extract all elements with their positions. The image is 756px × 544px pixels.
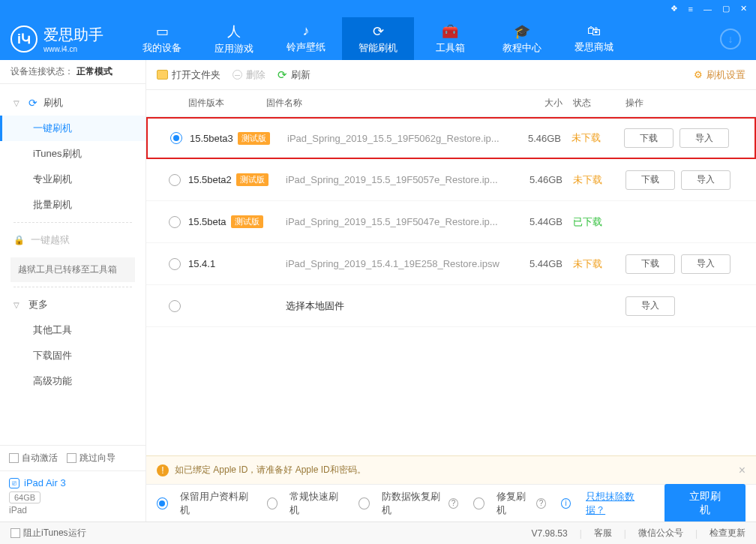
table-header: 固件版本 固件名称 大小 状态 操作 xyxy=(146,90,756,117)
sidebar-item[interactable]: 批量刷机 xyxy=(0,192,146,218)
open-folder-button[interactable]: 打开文件夹 xyxy=(157,68,220,82)
opt-repair-flash[interactable]: 修复刷机 ? xyxy=(473,490,546,517)
refresh-button[interactable]: ⟳ 刷新 xyxy=(278,68,310,82)
window-option-icon[interactable]: ❖ xyxy=(668,2,681,15)
radio-icon[interactable] xyxy=(169,174,181,186)
radio-icon[interactable] xyxy=(169,300,181,312)
nav-item-6[interactable]: 🛍爱思商城 xyxy=(558,17,630,60)
import-button[interactable]: 导入 xyxy=(680,128,729,148)
check-skip-guide-label: 跳过向导 xyxy=(80,452,116,464)
radio-icon[interactable] xyxy=(170,132,182,144)
notice-text: 如已绑定 Apple ID，请准备好 Apple ID和密码。 xyxy=(175,464,366,476)
footer-wechat[interactable]: 微信公众号 xyxy=(638,527,683,539)
row-status: 未下载 xyxy=(573,173,626,187)
collapse-icon: ▽ xyxy=(14,301,20,309)
window-maximize-icon[interactable]: ▢ xyxy=(719,2,733,15)
download-button[interactable]: 下载 xyxy=(626,254,675,274)
check-auto-activate[interactable]: 自动激活 xyxy=(9,452,58,464)
opt-normal-flash[interactable]: 常规快速刷机 xyxy=(267,490,344,517)
firmware-row[interactable]: 15.4.1iPad_Spring_2019_15.4.1_19E258_Res… xyxy=(146,243,756,285)
opt-normal-flash-label: 常规快速刷机 xyxy=(290,490,344,517)
window-minimize-icon[interactable]: — xyxy=(700,3,715,15)
footer-check-update[interactable]: 检查更新 xyxy=(710,527,746,539)
row-ops: 导入 xyxy=(626,296,746,316)
firmware-row[interactable]: 15.5beta3测试版iPad_Spring_2019_15.5_19F506… xyxy=(146,117,756,159)
sidebar-item[interactable]: 其他工具 xyxy=(0,317,146,343)
nav-icon: 🎓 xyxy=(514,23,530,40)
device-name-label: iPad Air 3 xyxy=(24,477,66,488)
sidebar-checks: 自动激活 跳过向导 xyxy=(0,446,146,471)
download-indicator-icon[interactable]: ↓ xyxy=(720,29,741,50)
delete-button[interactable]: 删除 xyxy=(232,68,266,82)
sidebar: 设备连接状态： 正常模式 ▽ ⟳ 刷机 一键刷机iTunes刷机专业刷机批量刷机… xyxy=(0,60,146,521)
nav-item-1[interactable]: 人应用游戏 xyxy=(198,17,270,60)
nav-label: 我的设备 xyxy=(142,41,182,55)
row-name: 选择本地固件 xyxy=(286,299,513,313)
window-close-icon[interactable]: ✕ xyxy=(737,2,750,15)
th-name: 固件名称 xyxy=(266,97,513,110)
side-title-flash[interactable]: ▽ ⟳ 刷机 xyxy=(0,90,146,116)
side-item-jailbreak-label: 一键越狱 xyxy=(31,233,70,247)
download-button[interactable]: 下载 xyxy=(624,128,674,148)
help-icon[interactable]: ? xyxy=(448,498,458,509)
footer-support[interactable]: 客服 xyxy=(594,527,612,539)
sidebar-item[interactable]: 高级功能 xyxy=(0,368,146,394)
logo-url: www.i4.cn xyxy=(44,45,104,53)
top-nav: ▭我的设备人应用游戏♪铃声壁纸⟳智能刷机🧰工具箱🎓教程中心🛍爱思商城 xyxy=(126,17,630,60)
nav-item-4[interactable]: 🧰工具箱 xyxy=(414,17,486,60)
radio-icon xyxy=(267,497,278,509)
actionbar: 保留用户资料刷机 常规快速刷机 防数据恢复刷机 ? 修复刷机 ? i 只想抹除数… xyxy=(146,484,756,521)
check-block-itunes[interactable]: 阻止iTunes运行 xyxy=(10,527,86,539)
sidebar-item[interactable]: iTunes刷机 xyxy=(0,141,146,167)
sidebar-item[interactable]: 一键刷机 xyxy=(0,116,146,141)
firmware-row[interactable]: 15.5beta2测试版iPad_Spring_2019_15.5_19F505… xyxy=(146,159,756,201)
notice-close-icon[interactable]: × xyxy=(739,464,746,477)
nav-label: 爱思商城 xyxy=(574,41,614,54)
firmware-row[interactable]: 选择本地固件导入 xyxy=(146,285,756,327)
import-button[interactable]: 导入 xyxy=(681,254,730,274)
beta-tag: 测试版 xyxy=(238,132,270,145)
help-icon[interactable]: ? xyxy=(536,498,546,509)
toolbar: 打开文件夹 删除 ⟳ 刷新 ⚙ 刷机设置 xyxy=(146,60,756,90)
erase-only-link[interactable]: 只想抹除数据？ xyxy=(586,490,650,517)
row-version: 15.4.1 xyxy=(188,258,286,269)
flash-settings-button[interactable]: ⚙ 刷机设置 xyxy=(694,68,746,82)
radio-icon xyxy=(358,497,370,509)
nav-item-3[interactable]: ⟳智能刷机 xyxy=(342,17,414,60)
flash-now-button[interactable]: 立即刷机 xyxy=(664,484,746,523)
firmware-row[interactable]: 15.5beta测试版iPad_Spring_2019_15.5_19F5047… xyxy=(146,201,756,243)
row-size: 5.44GB xyxy=(513,258,573,269)
radio-icon xyxy=(473,497,484,509)
nav-label: 教程中心 xyxy=(502,41,542,55)
nav-item-2[interactable]: ♪铃声壁纸 xyxy=(270,17,342,60)
flash-settings-label: 刷机设置 xyxy=(706,68,746,82)
connection-label: 设备连接状态： xyxy=(10,65,74,78)
firmware-rows: 15.5beta3测试版iPad_Spring_2019_15.5_19F506… xyxy=(146,117,756,455)
opt-antirecovery-flash[interactable]: 防数据恢复刷机 ? xyxy=(358,490,458,517)
row-version: 15.5beta2测试版 xyxy=(188,173,286,186)
row-ops: 下载导入 xyxy=(626,170,746,190)
logo[interactable]: iԿ 爱思助手 www.i4.cn xyxy=(10,25,104,53)
import-button[interactable]: 导入 xyxy=(681,170,730,190)
window-menu-icon[interactable]: ≡ xyxy=(686,3,696,15)
info-icon[interactable]: i xyxy=(561,498,571,509)
sidebar-item[interactable]: 下载固件 xyxy=(0,343,146,368)
opt-keep-data[interactable]: 保留用户资料刷机 xyxy=(157,490,252,517)
side-item-jailbreak[interactable]: 🔒 一键越狱 xyxy=(0,227,146,253)
nav-item-0[interactable]: ▭我的设备 xyxy=(126,17,198,60)
nav-label: 铃声壁纸 xyxy=(286,41,326,54)
sidebar-item[interactable]: 专业刷机 xyxy=(0,167,146,192)
radio-icon[interactable] xyxy=(169,258,181,270)
nav-label: 应用游戏 xyxy=(214,42,254,56)
nav-icon: ⟳ xyxy=(373,23,384,40)
nav-icon: 🛍 xyxy=(587,23,601,39)
download-button[interactable]: 下载 xyxy=(626,170,675,190)
import-button[interactable]: 导入 xyxy=(626,296,675,316)
open-folder-label: 打开文件夹 xyxy=(172,68,220,82)
refresh-label: 刷新 xyxy=(291,68,310,82)
side-title-more[interactable]: ▽ 更多 xyxy=(0,292,146,317)
nav-item-5[interactable]: 🎓教程中心 xyxy=(486,17,558,60)
check-skip-guide[interactable]: 跳过向导 xyxy=(67,452,116,464)
device-box[interactable]: ⎚ iPad Air 3 64GB iPad xyxy=(0,471,146,521)
radio-icon[interactable] xyxy=(169,216,181,228)
